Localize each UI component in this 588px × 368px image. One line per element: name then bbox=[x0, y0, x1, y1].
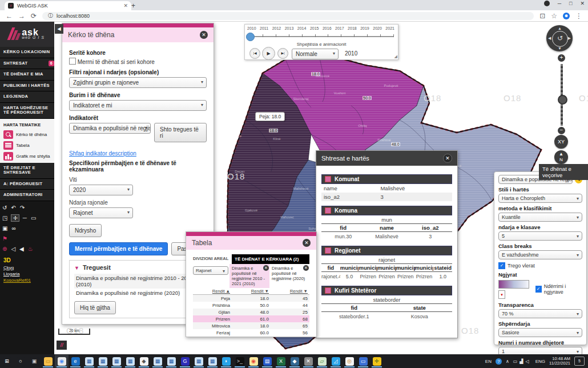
browser-menu-icon[interactable]: ⋮ bbox=[575, 12, 582, 20]
gis-app-icon[interactable]: ▦ bbox=[151, 355, 164, 367]
division-select[interactable]: Rajonet bbox=[193, 266, 228, 275]
sort-col2[interactable]: Rendit ▼ bbox=[271, 288, 309, 294]
sidebar-item-legjenda[interactable]: LEGJENDA bbox=[0, 91, 54, 103]
tray-clock[interactable]: 10:48 AM 11/22/2021 bbox=[549, 357, 570, 366]
color-ramp-swatch[interactable] bbox=[498, 280, 529, 289]
table-row[interactable]: Mitrovica18.065 bbox=[193, 322, 309, 329]
browser-tab[interactable]: // WebGIS ASK ✕ bbox=[5, 1, 131, 10]
tray-icon[interactable]: ▟ bbox=[519, 359, 523, 364]
division-select[interactable]: Rajonet bbox=[69, 207, 133, 218]
sidebar-item-publikimi-i-hart-s[interactable]: PUBLIKIMI I HARTËS bbox=[0, 81, 54, 92]
add-indicator-button[interactable]: Shto tregues të ri bbox=[154, 123, 207, 142]
compass-pad[interactable]: ▲ ▼ ◀ ▶ ↺ bbox=[546, 25, 573, 51]
window-close-button[interactable]: ✕ bbox=[580, 1, 585, 6]
show-values-checkbox[interactable]: ✓ bbox=[498, 262, 505, 269]
reset-view-icon[interactable]: ↺ bbox=[552, 31, 568, 47]
terminal-icon[interactable]: >_ bbox=[233, 355, 247, 367]
layer-section-komunat[interactable]: Komunat bbox=[321, 174, 452, 184]
invert-colors-checkbox[interactable]: ✓ bbox=[535, 286, 542, 293]
map-style-select[interactable]: Harta e Choropleth bbox=[498, 194, 582, 203]
tray-lang[interactable]: EN bbox=[485, 359, 492, 364]
sidebar-item-bar-chart[interactable]: Grafik me shtylla bbox=[0, 151, 54, 162]
bookmark-star-icon[interactable]: ☆ bbox=[551, 12, 557, 20]
region-group-select[interactable]: Zgjidhni grupin e rajoneve bbox=[69, 77, 207, 88]
pan-left-icon[interactable]: ◀ bbox=[548, 36, 551, 41]
sidebar-item-search[interactable]: Kërko të dhëna bbox=[0, 129, 54, 140]
table-row[interactable]: Prishtina50.044 bbox=[193, 302, 309, 309]
play-button[interactable]: ▶ bbox=[262, 47, 275, 60]
sidebar-link-çkyq[interactable]: Çkyq bbox=[0, 265, 54, 271]
sidebar-item-t-drejtat-e-shtresave[interactable]: TË DREJTAT E SHTRESAVE bbox=[0, 163, 54, 179]
notification-center-icon[interactable]: 5 bbox=[574, 357, 585, 366]
sidebar-item-k-rko-lokacionin[interactable]: KËRKO LOKACIONIN bbox=[0, 47, 54, 58]
vscode-icon[interactable]: ◿ bbox=[329, 355, 343, 367]
remove-column-icon[interactable]: ✕ bbox=[263, 265, 269, 271]
edge-icon[interactable]: e bbox=[69, 355, 82, 367]
sidebar-item-harta-udh-zuese-t-p-rdoruesit[interactable]: HARTA UDHËZUESE TË PËRDORUESIT bbox=[0, 103, 54, 119]
redo-icon[interactable]: ↷ bbox=[20, 205, 25, 211]
geoserver-icon[interactable]: G bbox=[178, 355, 192, 367]
collapse-triangle-icon[interactable]: ▼ bbox=[74, 265, 79, 271]
chrome-icon[interactable]: ◉ bbox=[55, 355, 69, 367]
classification-select[interactable]: Kuantile bbox=[498, 213, 582, 222]
reload-icon[interactable]: ⟳ bbox=[31, 12, 37, 20]
history-back-icon[interactable]: ↺ bbox=[2, 205, 7, 211]
distribution-select[interactable]: Sasiore bbox=[498, 328, 582, 337]
tray-lang2[interactable]: ENG bbox=[535, 359, 545, 364]
task-view-button[interactable]: ▣ bbox=[27, 355, 41, 367]
show-values-row[interactable]: ✓ Trego vlerat bbox=[498, 262, 582, 269]
pgadmin-icon[interactable]: ◆ bbox=[288, 355, 301, 367]
zoom-select-icon[interactable]: ◳ bbox=[2, 215, 7, 221]
site-info-icon[interactable]: ⓘ bbox=[48, 12, 53, 19]
sidebar-link-kosovaref01[interactable]: KosovaRef01 bbox=[0, 277, 54, 283]
resize-handle[interactable]: ◢ bbox=[394, 54, 397, 59]
move-node-icon[interactable]: ◀ bbox=[19, 246, 24, 252]
table-row[interactable]: Gjilan48.025 bbox=[193, 309, 309, 315]
tray-expand-icon[interactable]: ∧ bbox=[506, 359, 509, 364]
layer-section-kufiri-shtet-ror[interactable]: Kufiri Shtetëror bbox=[321, 286, 452, 295]
tray-icon[interactable]: ◁ bbox=[526, 359, 529, 364]
measure-line-icon[interactable]: ─ bbox=[23, 215, 27, 221]
profile-avatar[interactable]: ☻ bbox=[563, 13, 570, 19]
pan-icon[interactable]: ✛ bbox=[11, 215, 18, 221]
sidebar-link-llogaria[interactable]: Llogaria bbox=[0, 271, 54, 277]
3d-button[interactable]: 3D bbox=[0, 256, 54, 265]
indicator-select[interactable]: Dinamika e popullsisë në regjistrime bbox=[69, 123, 151, 134]
series-checkbox[interactable] bbox=[69, 58, 76, 65]
gis-app-icon[interactable]: ▦ bbox=[123, 355, 137, 367]
transparency-select[interactable]: 70 % bbox=[498, 309, 582, 318]
gis-app-icon[interactable]: ▦ bbox=[96, 355, 110, 367]
invert-colors-row[interactable]: ✓ Ndërrimi i ngjyrave bbox=[535, 283, 582, 295]
sidebar-item-shtresat[interactable]: SHTRESAT6 bbox=[0, 58, 54, 70]
sidebar-item-table[interactable]: Tabela bbox=[0, 140, 54, 151]
forward-icon[interactable]: → bbox=[18, 12, 25, 20]
back-icon[interactable]: ← bbox=[6, 12, 13, 20]
sidebar-item-a-p-rdoruesit[interactable]: A: PËRDORUESIT bbox=[0, 179, 54, 190]
browser-dev-icon[interactable]: ◎ bbox=[343, 355, 356, 367]
gis-app-icon[interactable]: ▦ bbox=[164, 355, 178, 367]
zoom-slider-handle[interactable] bbox=[558, 95, 567, 105]
sort-col1[interactable]: Rendit ▼ bbox=[232, 288, 271, 294]
url-bar[interactable]: ⓘ localhost:8080 bbox=[42, 12, 534, 20]
pan-up-icon[interactable]: ▲ bbox=[558, 26, 562, 30]
pan-down-icon[interactable]: ▼ bbox=[558, 46, 562, 50]
excel-icon[interactable]: X bbox=[274, 355, 288, 367]
window-maximize-button[interactable]: □ bbox=[569, 1, 572, 6]
data-source-select[interactable]: Indikatoret e mi bbox=[69, 100, 207, 111]
close-icon[interactable]: ✕ bbox=[200, 31, 208, 39]
select-node-icon[interactable]: ◁ bbox=[11, 246, 15, 252]
file-explorer-icon[interactable]: ▭ bbox=[41, 355, 55, 367]
search-button[interactable]: ○ bbox=[14, 355, 27, 367]
time-slider-track[interactable] bbox=[249, 36, 393, 37]
window-minimize-button[interactable]: ─ bbox=[558, 1, 561, 6]
app-icon[interactable]: ▤ bbox=[260, 355, 274, 367]
layer-section-komuna[interactable]: Komuna bbox=[321, 206, 452, 215]
link-icon[interactable]: ∞ bbox=[11, 225, 15, 231]
tray-help-icon[interactable]: ? bbox=[496, 358, 502, 365]
remote-pc-icon[interactable]: ▭ bbox=[356, 355, 370, 367]
remove-all-button[interactable]: Hiq të gjitha bbox=[74, 301, 116, 314]
close-icon[interactable]: ✕ bbox=[303, 239, 311, 247]
series-checkbox-row[interactable]: Merrni të dhënat si seri kohore bbox=[69, 58, 207, 65]
undo-icon[interactable]: ↶ bbox=[11, 205, 15, 211]
time-slider-handle[interactable] bbox=[246, 33, 255, 41]
